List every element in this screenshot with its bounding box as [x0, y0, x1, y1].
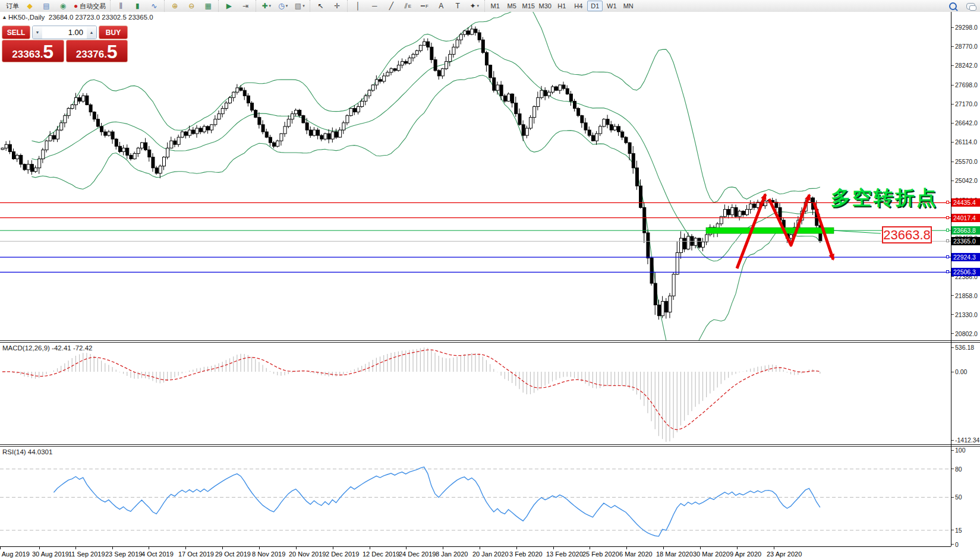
price-tick-label: 28770.0 — [955, 43, 978, 50]
date-tick — [590, 547, 590, 549]
toolbar-group: ⫼▮∿ — [110, 0, 164, 12]
line-connector-square — [946, 270, 949, 273]
price-tick — [951, 314, 954, 315]
trendline-button[interactable]: ╱ — [383, 1, 399, 12]
date-tick — [333, 547, 333, 549]
price-tick — [951, 142, 954, 143]
date-tick — [185, 547, 186, 549]
metaeditor-icon-button[interactable]: ◆ — [22, 1, 37, 12]
date-tick — [296, 547, 297, 549]
key-level-label-box: 23663.8 — [882, 226, 932, 243]
periods-button[interactable]: ◷▾ — [275, 1, 291, 12]
zoom-out-button[interactable]: ⊖ — [184, 1, 199, 12]
price-tick — [951, 162, 954, 162]
rsi-axis-tick — [951, 469, 954, 469]
cursor-button[interactable]: ↖ — [313, 1, 328, 12]
toolbar-group: ⊕⊖▦ — [164, 0, 218, 12]
indicators-button[interactable]: ✚▾ — [259, 1, 274, 12]
toolbar-group: ↖✛ — [310, 0, 347, 12]
date-tick — [149, 547, 149, 549]
timeframe-button-mn[interactable]: MN — [620, 1, 636, 11]
equidistant-channel-button[interactable]: ⫽E — [400, 1, 415, 12]
rsi-axis-label: 0 — [955, 541, 959, 548]
date-label: 23 Apr 2020 — [767, 550, 802, 558]
line-connector-square — [946, 216, 949, 219]
vertical-line-button[interactable]: │ — [350, 1, 365, 12]
date-tick — [663, 547, 664, 549]
buy-price-display[interactable]: 23376 . 5 — [66, 40, 128, 62]
timeframe-button-d1[interactable]: D1 — [587, 1, 603, 11]
date-label: 13 Feb 2020 — [546, 550, 583, 558]
buy-button[interactable]: BUY — [99, 26, 128, 39]
macd-panel-canvas[interactable] — [0, 343, 980, 444]
price-tick-label: 29298.0 — [955, 24, 978, 31]
auto-scroll-button[interactable]: ▶ — [221, 1, 237, 12]
chart-ohlc: 23684.0 23723.0 23302.5 23365.0 — [49, 14, 153, 21]
timeframe-button-m30[interactable]: M30 — [537, 1, 553, 11]
timeframe-button-h4[interactable]: H4 — [571, 1, 586, 11]
timeframe-button-m5[interactable]: M5 — [504, 1, 519, 11]
line-chart-type-button[interactable]: ∿ — [146, 1, 162, 12]
date-tick — [222, 547, 223, 549]
timeframe-button-h1[interactable]: H1 — [554, 1, 569, 11]
timeframe-button-m1[interactable]: M1 — [487, 1, 503, 11]
strategy-tester-icon-button[interactable]: ◉ — [55, 1, 71, 12]
line-connector-square — [946, 255, 949, 258]
one-click-collapse-icon[interactable]: ▲ — [2, 14, 7, 20]
chart-title: HK50-,Daily 23684.0 23723.0 23302.5 2336… — [8, 14, 153, 21]
price-tick-label: 25042.0 — [955, 177, 978, 184]
bar-chart-type-button[interactable]: ⫼ — [113, 1, 128, 12]
volume-increase-button[interactable]: ▲ — [87, 26, 96, 39]
price-line-label: 23663.8 — [951, 226, 980, 235]
rsi-panel-canvas[interactable] — [0, 447, 980, 546]
macd-indicator-label: MACD(12,26,9) -42.41 -72.42 — [2, 344, 93, 352]
line-connector-square — [946, 229, 949, 232]
volume-input[interactable] — [42, 26, 87, 39]
price-line-label: 22506.3 — [951, 268, 980, 276]
timeframe-button-m15[interactable]: M15 — [521, 1, 536, 11]
text-label-button[interactable]: T — [450, 1, 465, 12]
macd-axis-tick — [951, 347, 954, 348]
fibonacci-button[interactable]: ┅F — [417, 1, 432, 12]
sell-button[interactable]: SELL — [2, 26, 30, 39]
text-button[interactable]: A — [433, 1, 449, 12]
candlestick-chart-type-button[interactable]: ▮ — [130, 1, 145, 12]
price-tick — [951, 181, 954, 181]
date-axis: 20 Aug 201930 Aug 201911 Sep 201923 Sep … — [0, 546, 951, 560]
volume-decrease-button[interactable]: ▼ — [33, 26, 42, 39]
date-label: 8 Jan 2020 — [436, 550, 468, 558]
rsi-axis-label: 80 — [955, 466, 962, 473]
timeframe-button-w1[interactable]: W1 — [604, 1, 619, 11]
chat-icon[interactable] — [966, 3, 975, 10]
rsi-axis-label: 50 — [955, 493, 962, 501]
horizontal-line-button[interactable]: ─ — [367, 1, 382, 12]
turning-point-annotation: 多空转折点 — [831, 185, 938, 211]
date-tick — [480, 547, 480, 549]
autotrading-button[interactable]: ●自动交易 — [72, 1, 108, 12]
zoom-in-button[interactable]: ⊕ — [167, 1, 182, 12]
buy-price-big-digit: 5 — [107, 43, 118, 61]
price-tick-label: 20802.0 — [955, 330, 978, 337]
price-tick-label: 27698.0 — [955, 81, 978, 88]
arrows-button[interactable]: ✦▾ — [467, 1, 482, 12]
sell-price-display[interactable]: 23363 . 5 — [2, 40, 64, 62]
main-chart-canvas[interactable] — [0, 12, 980, 340]
price-line-label: 24017.4 — [951, 214, 980, 222]
price-line-label: 24435.4 — [951, 198, 980, 207]
crosshair-button[interactable]: ✛ — [329, 1, 345, 12]
date-tick — [259, 547, 260, 549]
rsi-indicator-label: RSI(14) 44.0301 — [2, 448, 52, 455]
price-tick — [951, 104, 954, 105]
search-icon[interactable] — [949, 2, 957, 10]
date-tick — [443, 547, 443, 549]
tile-windows-button[interactable]: ▦ — [200, 1, 216, 12]
date-tick — [112, 547, 113, 549]
date-label: 30 Aug 2019 — [32, 550, 69, 558]
sell-price-main: 23363 — [12, 49, 40, 61]
new-order-button[interactable]: 订单 — [2, 1, 21, 12]
date-label: 25 Feb 2020 — [582, 550, 619, 558]
templates-button[interactable]: ▧▾ — [292, 1, 307, 12]
chart-shift-button[interactable]: ⇥ — [238, 1, 253, 12]
chart-symbol: HK50-,Daily — [8, 14, 45, 21]
terminal-icon-button[interactable]: ▤ — [39, 1, 54, 12]
